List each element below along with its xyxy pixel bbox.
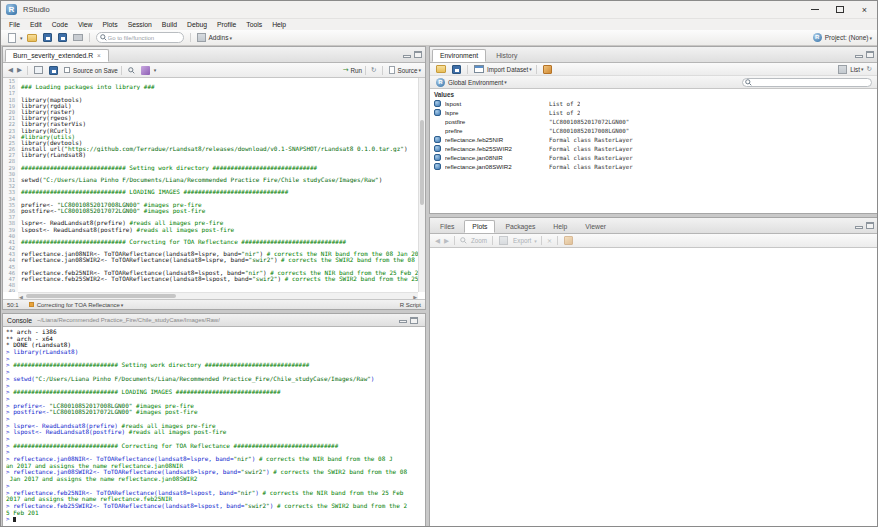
menu-session[interactable]: Session xyxy=(123,21,157,28)
editor-vertical-scrollbar[interactable] xyxy=(418,78,425,292)
menu-debug[interactable]: Debug xyxy=(182,21,212,28)
menu-edit[interactable]: Edit xyxy=(25,21,47,28)
close-button[interactable]: × xyxy=(852,1,877,18)
minimize-button[interactable] xyxy=(802,1,827,18)
tab-plots[interactable]: Plots xyxy=(464,220,495,233)
rerun-icon[interactable]: ↻ xyxy=(371,66,376,74)
previous-plot-icon[interactable]: ◀ xyxy=(435,237,440,245)
menu-tools[interactable]: Tools xyxy=(241,21,267,28)
zoom-button[interactable]: Zoom xyxy=(471,237,487,244)
environment-item[interactable]: reflectance.jan08NIRFormal class RasterL… xyxy=(430,153,877,162)
run-button[interactable]: Run xyxy=(351,67,363,74)
minimize-pane-icon[interactable] xyxy=(399,320,407,323)
search-icon xyxy=(100,34,107,41)
menu-code[interactable]: Code xyxy=(47,21,73,28)
editor-horizontal-scrollbar[interactable]: ◀ ▶ xyxy=(18,292,418,299)
environment-item[interactable]: prefire"LC80010852017008LGN00" xyxy=(430,126,877,135)
minimize-pane-icon[interactable] xyxy=(855,55,863,58)
code-editor[interactable]: 1516### Loading packages into library ##… xyxy=(3,78,418,292)
new-file-caret-icon[interactable]: ▾ xyxy=(20,35,23,41)
scrollbar-thumb[interactable] xyxy=(420,120,424,205)
environment-item[interactable]: reflectance.jan08SWIR2Formal class Raste… xyxy=(430,162,877,171)
list-view-caret-icon: ▾ xyxy=(861,66,864,72)
code-tools-icon[interactable] xyxy=(141,66,150,75)
global-environment-selector[interactable]: Global Environment xyxy=(448,79,503,86)
tab-help[interactable]: Help xyxy=(545,220,575,233)
source-script-icon xyxy=(389,66,395,74)
object-value: Formal class RasterLayer xyxy=(549,155,633,161)
object-value: Formal class RasterLayer xyxy=(549,164,633,170)
menu-profile[interactable]: Profile xyxy=(212,21,241,28)
menu-help[interactable]: Help xyxy=(267,21,291,28)
clear-plots-icon[interactable] xyxy=(564,236,573,245)
scrollbar-thumb[interactable] xyxy=(26,294,176,298)
addins-button[interactable]: Addins xyxy=(209,34,229,41)
tab-burn-severity-extended[interactable]: Burn_severity_extended.R× xyxy=(5,49,109,62)
menu-build[interactable]: Build xyxy=(157,21,182,28)
next-plot-icon[interactable]: ▶ xyxy=(444,237,449,245)
environment-item[interactable]: lspostList of 2 xyxy=(430,99,877,108)
list-view-icon xyxy=(838,65,847,74)
goto-file-function-input[interactable] xyxy=(108,35,176,41)
environment-item[interactable]: reflectance.feb25SWIR2Formal class Raste… xyxy=(430,144,877,153)
object-icon xyxy=(434,145,441,152)
minimize-pane-icon[interactable] xyxy=(403,55,411,58)
environment-pane-buttons xyxy=(852,47,877,62)
tab-files[interactable]: Files xyxy=(432,220,462,233)
save-icon[interactable] xyxy=(43,33,52,42)
tab-viewer[interactable]: Viewer xyxy=(577,220,614,233)
save-all-icon[interactable] xyxy=(58,33,67,42)
show-in-new-window-icon[interactable] xyxy=(34,66,43,74)
rstudio-window: R RStudio × FileEditCodeViewPlotsSession… xyxy=(0,0,878,527)
environment-item[interactable]: postfire"LC80010852017072LGN00" xyxy=(430,117,877,126)
object-icon xyxy=(434,100,441,107)
environment-search-box[interactable] xyxy=(742,78,872,87)
source-tabbar: Burn_severity_extended.R× xyxy=(3,47,425,63)
file-type-label[interactable]: R Script xyxy=(400,302,421,308)
goto-file-function-box[interactable] xyxy=(96,32,184,43)
new-file-icon[interactable] xyxy=(8,33,16,43)
menu-view[interactable]: View xyxy=(73,21,98,28)
export-button[interactable]: Export xyxy=(513,237,531,244)
environment-item[interactable]: reflectance.feb25NIRFormal class RasterL… xyxy=(430,135,877,144)
forward-icon[interactable]: ▶ xyxy=(17,66,22,74)
save-document-icon[interactable] xyxy=(49,66,58,75)
refresh-icon[interactable]: ↻ xyxy=(867,65,872,73)
load-workspace-icon[interactable] xyxy=(436,65,446,73)
print-icon[interactable] xyxy=(73,34,83,41)
tab-packages[interactable]: Packages xyxy=(497,220,543,233)
maximize-pane-icon[interactable] xyxy=(410,317,418,324)
import-dataset-button[interactable]: Import Dataset xyxy=(487,66,528,73)
maximize-pane-icon[interactable] xyxy=(414,51,422,58)
minimize-pane-icon[interactable] xyxy=(855,226,863,229)
clear-objects-icon[interactable] xyxy=(543,65,552,74)
maximize-pane-icon[interactable] xyxy=(866,222,874,229)
section-navigator[interactable]: Correcting for TOA Reflectance xyxy=(37,302,120,308)
source-on-save-checkbox[interactable] xyxy=(64,67,70,73)
workspace-panes-icon[interactable] xyxy=(197,33,206,42)
save-workspace-icon[interactable] xyxy=(452,65,461,74)
menu-bar: FileEditCodeViewPlotsSessionBuildDebugPr… xyxy=(1,19,877,30)
import-dataset-caret-icon: ▾ xyxy=(529,66,532,72)
menu-plots[interactable]: Plots xyxy=(98,21,123,28)
find-replace-icon[interactable] xyxy=(128,67,135,74)
list-view-button[interactable]: List xyxy=(850,66,860,73)
maximize-pane-icon[interactable] xyxy=(866,51,874,58)
window-controls: × xyxy=(802,1,877,18)
back-icon[interactable]: ◀ xyxy=(8,66,13,74)
close-tab-icon[interactable]: × xyxy=(97,52,101,59)
console-output-area[interactable]: ** arch - i386** arch - x64* DONE (rLand… xyxy=(3,327,425,526)
plots-toolbar: ◀ ▶ Zoom Export ▾ × xyxy=(430,234,877,248)
zoom-icon[interactable] xyxy=(460,237,467,244)
open-file-icon[interactable] xyxy=(27,34,37,42)
menu-file[interactable]: File xyxy=(4,21,25,28)
maximize-button[interactable] xyxy=(827,1,852,18)
remove-plot-icon[interactable]: × xyxy=(547,237,552,245)
environment-search-input[interactable] xyxy=(752,79,871,85)
tab-history[interactable]: History xyxy=(488,49,525,62)
source-button[interactable]: Source xyxy=(398,67,418,74)
environment-item[interactable]: lspreList of 2 xyxy=(430,108,877,117)
tab-environment[interactable]: Environment xyxy=(432,49,486,62)
project-menu-button[interactable]: Project: (None) xyxy=(825,34,869,41)
addins-caret-icon: ▾ xyxy=(229,35,232,41)
